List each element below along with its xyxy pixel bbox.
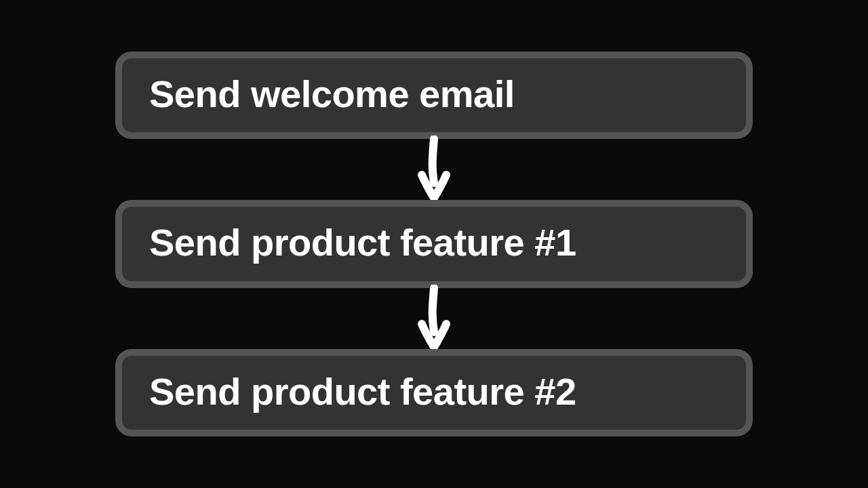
flow-step-2-label: Send product feature #1 <box>149 221 576 264</box>
flow-step-3: Send product feature #2 <box>115 349 753 437</box>
flow-diagram: Send welcome email Send product feature … <box>0 0 868 488</box>
flow-step-2: Send product feature #1 <box>115 200 753 288</box>
arrow-2 <box>414 288 454 349</box>
flow-step-3-label: Send product feature #2 <box>149 370 576 413</box>
arrow-down-icon <box>414 136 454 203</box>
arrow-1 <box>414 139 454 200</box>
flow-step-1: Send welcome email <box>115 52 753 140</box>
flow-step-1-label: Send welcome email <box>149 73 515 115</box>
arrow-down-icon <box>414 285 454 352</box>
